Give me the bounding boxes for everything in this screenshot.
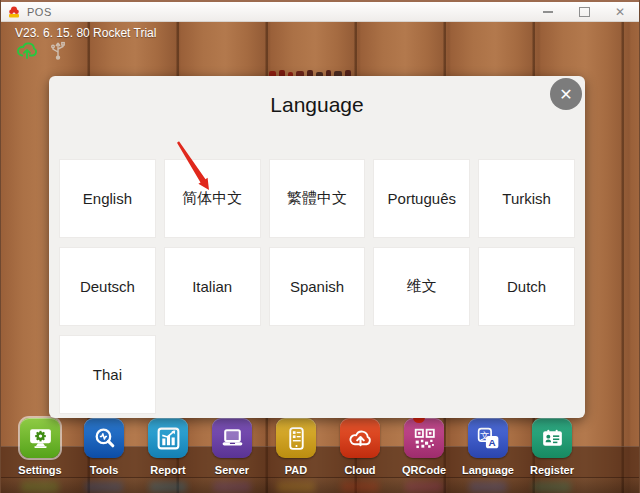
language-option-traditional-chinese[interactable]: 繁體中文 bbox=[269, 159, 366, 238]
language-option-english[interactable]: English bbox=[59, 159, 156, 238]
report-icon bbox=[148, 418, 188, 458]
cloud-icon bbox=[340, 418, 380, 458]
pad-icon bbox=[276, 418, 316, 458]
maximize-button[interactable] bbox=[573, 3, 595, 21]
icon-reflection bbox=[277, 481, 315, 493]
language-option-dutch[interactable]: Dutch bbox=[478, 247, 575, 326]
minimize-icon bbox=[543, 11, 553, 13]
language-option-thai[interactable]: Thai bbox=[59, 335, 156, 414]
toolbar-item-settings[interactable]: Settings bbox=[8, 418, 72, 476]
toolbar-label-cloud: Cloud bbox=[344, 464, 375, 476]
toolbar-item-language[interactable]: 文 A Language bbox=[456, 418, 520, 476]
toolbar-item-server[interactable]: Server bbox=[200, 418, 264, 476]
register-icon bbox=[532, 418, 572, 458]
language-option-turkish[interactable]: Turkish bbox=[478, 159, 575, 238]
toolbar-item-pad[interactable]: PAD bbox=[264, 418, 328, 476]
window-titlebar: POS ✕ bbox=[1, 0, 639, 22]
language-dialog: Language ✕ English 简体中文 繁體中文 Português T… bbox=[49, 76, 585, 418]
pos-app-window: POS ✕ V23. 6. 15. 80 Rocket Trial bbox=[0, 0, 640, 493]
icon-reflection bbox=[469, 481, 507, 493]
language-option-german[interactable]: Deutsch bbox=[59, 247, 156, 326]
settings-icon bbox=[20, 418, 60, 458]
tools-icon bbox=[84, 418, 124, 458]
toolbar-item-report[interactable]: Report bbox=[136, 418, 200, 476]
toolbar-label-register: Register bbox=[530, 464, 574, 476]
toolbar-label-qrcode: QRCode bbox=[402, 464, 446, 476]
toolbar-label-pad: PAD bbox=[285, 464, 307, 476]
bottom-toolbar: Settings Tools bbox=[8, 418, 584, 476]
cloud-upload-status-icon bbox=[15, 39, 39, 64]
language-option-uyghur[interactable]: 维文 bbox=[373, 247, 470, 326]
toolbar-item-cloud[interactable]: Cloud bbox=[328, 418, 392, 476]
toolbar-label-language: Language bbox=[462, 464, 514, 476]
toolbar-item-tools[interactable]: Tools bbox=[72, 418, 136, 476]
server-icon bbox=[212, 418, 252, 458]
toolbar-label-tools: Tools bbox=[90, 464, 119, 476]
svg-text:A: A bbox=[488, 436, 495, 447]
language-grid: English 简体中文 繁體中文 Português Turkish Deut… bbox=[59, 159, 575, 414]
language-option-italian[interactable]: Italian bbox=[164, 247, 261, 326]
language-option-portuguese[interactable]: Português bbox=[373, 159, 470, 238]
toolbar-label-settings: Settings bbox=[18, 464, 61, 476]
toolbar-label-report: Report bbox=[150, 464, 185, 476]
icon-reflection bbox=[21, 481, 59, 493]
qrcode-icon bbox=[404, 418, 444, 458]
dialog-title: Language bbox=[49, 93, 585, 117]
icon-reflection bbox=[213, 481, 251, 493]
close-window-button[interactable]: ✕ bbox=[609, 3, 631, 21]
toolbar-item-qrcode[interactable]: QRCode bbox=[392, 418, 456, 476]
language-option-spanish[interactable]: Spanish bbox=[269, 247, 366, 326]
icon-reflection bbox=[85, 481, 123, 493]
pos-logo-icon bbox=[7, 5, 21, 19]
window-title: POS bbox=[27, 6, 52, 18]
icon-reflection bbox=[533, 481, 571, 493]
icon-reflection bbox=[341, 481, 379, 493]
minimize-button[interactable] bbox=[537, 3, 559, 21]
toolbar-item-register[interactable]: Register bbox=[520, 418, 584, 476]
toolbar-label-server: Server bbox=[215, 464, 249, 476]
icon-reflection bbox=[149, 481, 187, 493]
maximize-icon bbox=[579, 7, 590, 17]
language-option-simplified-chinese[interactable]: 简体中文 bbox=[164, 159, 261, 238]
close-icon: ✕ bbox=[559, 85, 572, 104]
usb-status-icon bbox=[47, 39, 69, 64]
version-label: V23. 6. 15. 80 Rocket Trial bbox=[15, 26, 156, 40]
dialog-close-button[interactable]: ✕ bbox=[550, 78, 582, 110]
icon-reflection bbox=[405, 481, 443, 493]
language-icon: 文 A bbox=[468, 418, 508, 458]
